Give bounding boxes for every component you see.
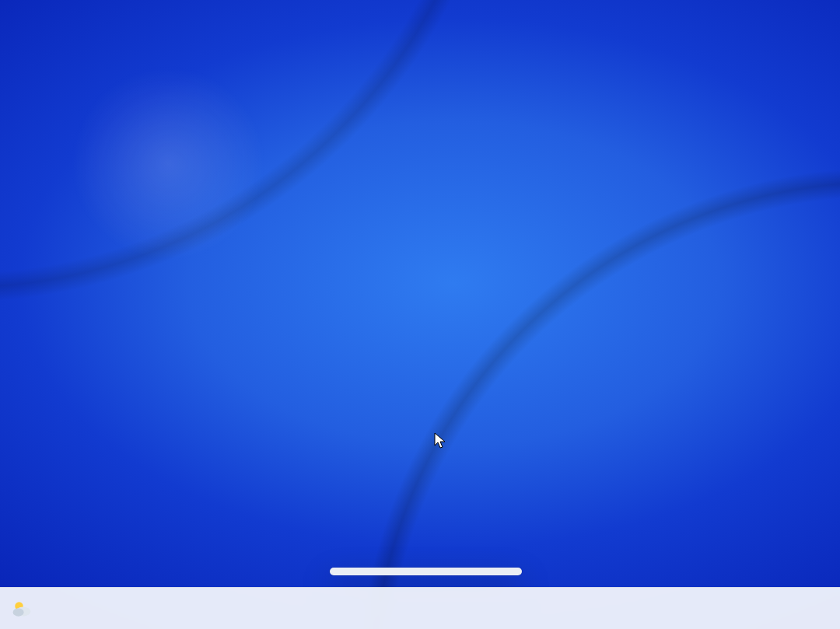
taskbar bbox=[0, 587, 840, 629]
power-user-menu bbox=[330, 568, 522, 575]
taskbar-weather-widget[interactable] bbox=[0, 598, 39, 620]
desktop-background[interactable] bbox=[0, 0, 840, 629]
mouse-cursor-icon bbox=[434, 432, 446, 449]
weather-icon bbox=[11, 598, 33, 620]
svg-point-2 bbox=[13, 608, 24, 617]
